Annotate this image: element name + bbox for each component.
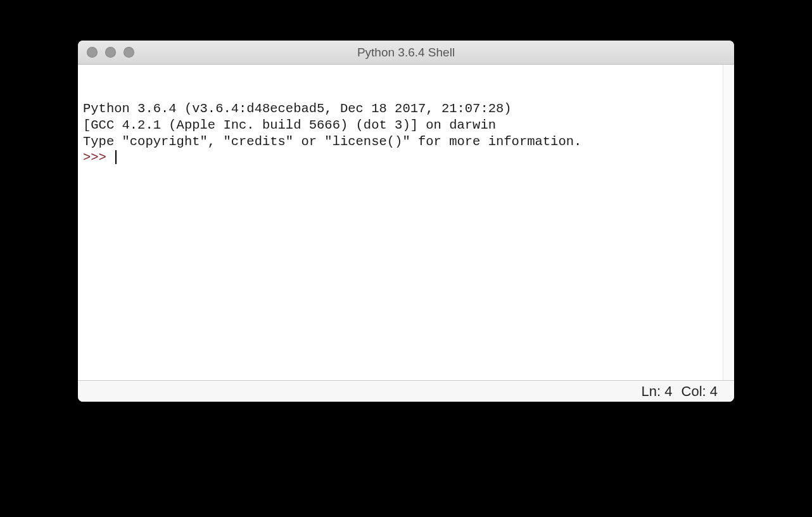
text-cursor-icon <box>115 150 117 164</box>
shell-line: Python 3.6.4 (v3.6.4:d48ecebad5, Dec 18 … <box>83 101 718 117</box>
window-title: Python 3.6.4 Shell <box>78 46 734 60</box>
titlebar[interactable]: Python 3.6.4 Shell <box>78 41 734 65</box>
window-controls <box>78 47 134 58</box>
shell-line: Type "copyright", "credits" or "license(… <box>83 134 718 150</box>
vertical-scrollbar[interactable] <box>723 65 734 380</box>
status-column-number: Col: 4 <box>682 383 718 400</box>
close-icon[interactable] <box>87 47 98 58</box>
shell-line: [GCC 4.2.1 (Apple Inc. build 5666) (dot … <box>83 117 718 134</box>
minimize-icon[interactable] <box>105 47 116 58</box>
zoom-icon[interactable] <box>124 47 134 58</box>
prompt-line: >>> <box>83 150 718 166</box>
status-bar: Ln: 4 Col: 4 <box>78 380 734 402</box>
status-line-number: Ln: 4 <box>642 383 673 400</box>
shell-editor[interactable]: Python 3.6.4 (v3.6.4:d48ecebad5, Dec 18 … <box>78 65 723 380</box>
idle-shell-window: Python 3.6.4 Shell Python 3.6.4 (v3.6.4:… <box>78 41 734 402</box>
content-area: Python 3.6.4 (v3.6.4:d48ecebad5, Dec 18 … <box>78 65 734 380</box>
prompt: >>> <box>83 150 114 165</box>
